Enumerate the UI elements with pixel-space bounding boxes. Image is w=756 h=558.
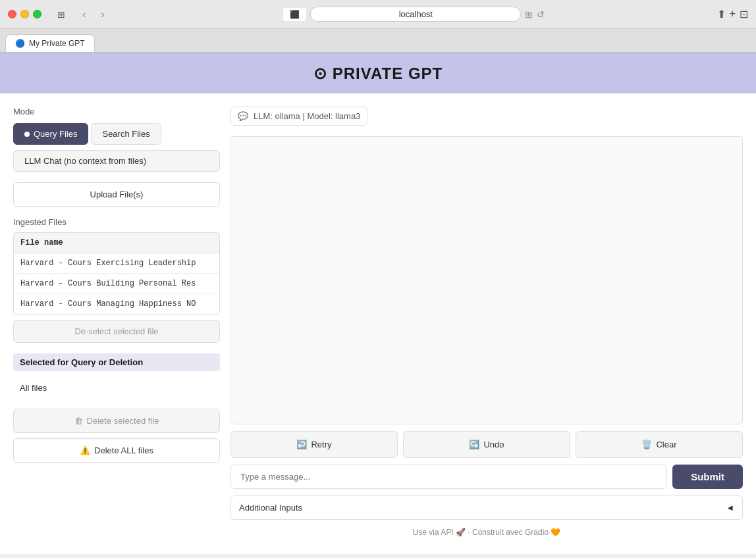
delete-all-label: Delete ALL files (94, 445, 153, 455)
message-input[interactable] (230, 465, 667, 489)
delete-selected-button[interactable]: 🗑 Delete selected file (13, 409, 220, 433)
active-tab[interactable]: 🔵 My Private GPT (5, 34, 95, 52)
deselect-button[interactable]: De-select selected file (13, 320, 220, 343)
file-row[interactable]: Harvard - Cours Exercising Leadership (14, 253, 219, 274)
refresh-icon[interactable]: ↺ (537, 9, 545, 20)
delete-all-button[interactable]: ⚠️ Delete ALL files (13, 438, 220, 463)
additional-inputs-section[interactable]: Additional Inputs ◄ (230, 495, 743, 520)
llm-chat-button[interactable]: LLM Chat (no context from files) (13, 150, 220, 172)
deselect-label: De-select selected file (74, 326, 158, 336)
trash-icon: 🗑 (74, 416, 83, 426)
clear-label: Clear (656, 440, 676, 449)
content-area: Mode Query Files Search Files LLM Chat (… (0, 93, 756, 554)
left-panel: Mode Query Files Search Files LLM Chat (… (13, 107, 230, 541)
browser-chrome: ⊞ ‹ › ⬛ localhost ⊞ ↺ ⬆ + ⊡ (0, 0, 756, 29)
clear-button[interactable]: 🗑️ Clear (576, 431, 743, 458)
close-button[interactable] (8, 10, 16, 18)
search-files-button[interactable]: Search Files (91, 123, 161, 145)
app-container: ⊙ PRIVATE GPT Mode Query Files Search Fi… (0, 53, 756, 554)
tab-pill: ⬛ (283, 8, 306, 21)
built-text: Construit avec Gradio 🧡 (472, 528, 560, 537)
chevron-left-icon: ◄ (726, 503, 734, 513)
footer: Use via API 🚀 · Construit avec Gradio 🧡 (230, 520, 743, 541)
new-tab-icon[interactable]: + (730, 8, 736, 20)
additional-inputs-label: Additional Inputs (239, 503, 302, 513)
tab-bar: 🔵 My Private GPT (0, 29, 756, 53)
minimize-button[interactable] (20, 10, 29, 18)
upload-files-button[interactable]: Upload File(s) (13, 182, 220, 207)
tab-icon: ⬛ (290, 10, 300, 19)
sidebar-toggle-button[interactable]: ⊞ (52, 7, 70, 22)
file-row[interactable]: Harvard - Cours Managing Happiness NO (14, 294, 219, 314)
file-row[interactable]: Harvard - Cours Building Personal Res (14, 274, 219, 294)
back-button[interactable]: ‹ (76, 7, 93, 22)
query-files-label: Query Files (34, 129, 77, 139)
ingested-files-label: Ingested Files (13, 217, 220, 227)
delete-selected-label: Delete selected file (87, 416, 159, 426)
app-title: ⊙ PRIVATE GPT (0, 64, 756, 83)
forward-button[interactable]: › (94, 7, 111, 22)
submit-label: Submit (691, 471, 724, 482)
submit-button[interactable]: Submit (672, 465, 743, 489)
clear-icon: 🗑️ (641, 440, 652, 449)
selected-for-query-label: Selected for Query or Deletion (13, 353, 220, 371)
mode-label: Mode (13, 107, 220, 116)
browser-actions: ⬆ + ⊡ (717, 8, 748, 20)
address-bar[interactable]: localhost (310, 7, 521, 22)
undo-label: Undo (483, 440, 504, 449)
right-panel: 💬 LLM: ollama | Model: llama3 ↩️ Retry ↪… (230, 107, 743, 541)
app-title-text: PRIVATE GPT (333, 64, 443, 83)
tab-title: My Private GPT (29, 39, 85, 48)
file-table-header: File name (14, 233, 219, 253)
tab-favicon: 🔵 (15, 39, 25, 48)
maximize-button[interactable] (33, 10, 41, 18)
llm-chat-label: LLM Chat (no context from files) (24, 156, 146, 166)
mode-buttons: Query Files Search Files (13, 123, 220, 145)
footer-separator: · (468, 528, 470, 537)
llm-info-text: LLM: ollama | Model: llama3 (254, 111, 360, 121)
api-text: Use via API 🚀 (413, 528, 466, 537)
undo-button[interactable]: ↪️ Undo (403, 431, 570, 458)
tabs-overview-icon[interactable]: ⊡ (740, 8, 748, 20)
input-area: Submit (230, 465, 743, 489)
search-files-label: Search Files (102, 129, 149, 139)
file-table: File name Harvard - Cours Exercising Lea… (13, 232, 220, 315)
upload-label: Upload File(s) (90, 190, 144, 199)
translate-icon: ⊞ (525, 9, 533, 20)
retry-button[interactable]: ↩️ Retry (230, 431, 398, 458)
app-header: ⊙ PRIVATE GPT (0, 53, 756, 93)
llm-info-icon: 💬 (238, 111, 248, 121)
traffic-lights (8, 10, 41, 18)
nav-buttons: ‹ › (76, 7, 111, 22)
llm-info: 💬 LLM: ollama | Model: llama3 (230, 107, 367, 126)
retry-icon: ↩️ (296, 440, 307, 449)
action-buttons: ↩️ Retry ↪️ Undo 🗑️ Clear (230, 431, 743, 458)
chat-area (230, 136, 743, 424)
tab-area: ⬛ localhost ⊞ ↺ (117, 7, 712, 22)
github-icon: ⊙ (313, 64, 327, 83)
undo-icon: ↪️ (469, 440, 479, 449)
warning-icon: ⚠️ (80, 445, 90, 455)
retry-label: Retry (311, 440, 331, 449)
share-icon[interactable]: ⬆ (717, 8, 726, 20)
all-files-value: All files (13, 378, 220, 398)
active-dot (24, 132, 30, 137)
query-files-button[interactable]: Query Files (13, 123, 88, 145)
